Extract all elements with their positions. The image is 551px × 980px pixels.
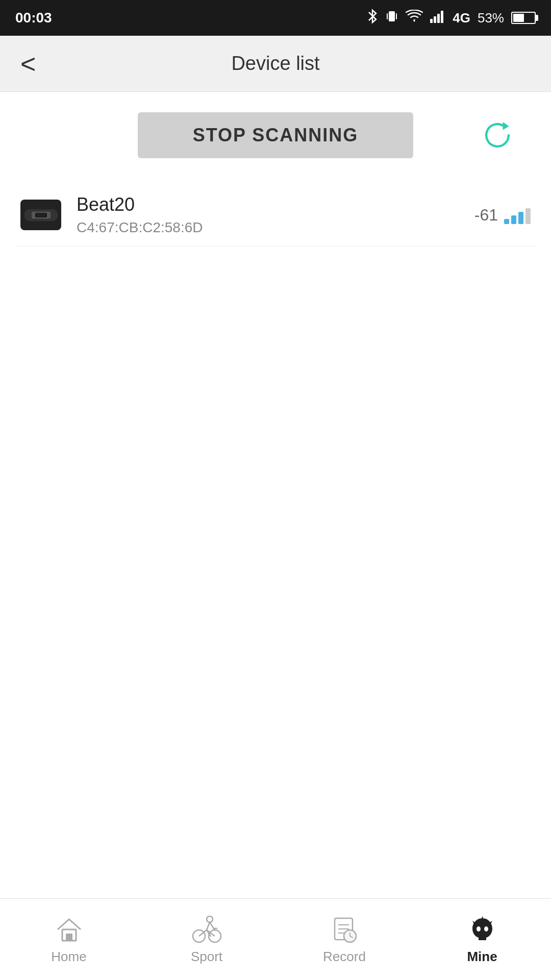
nav-label-mine: Mine bbox=[467, 949, 497, 965]
status-time: 00:03 bbox=[15, 10, 52, 26]
nav-label-home: Home bbox=[51, 949, 86, 965]
bottom-nav: Home Sport bbox=[0, 898, 551, 980]
svg-rect-0 bbox=[389, 11, 395, 21]
nav-label-sport: Sport bbox=[191, 949, 222, 965]
device-image bbox=[20, 200, 61, 230]
mine-icon bbox=[464, 914, 500, 945]
svg-rect-3 bbox=[430, 19, 433, 23]
stop-scanning-button[interactable]: STOP SCANNING bbox=[138, 112, 413, 158]
status-icons: 4G 53% bbox=[367, 8, 536, 28]
svg-rect-4 bbox=[434, 16, 436, 23]
device-mac: C4:67:CB:C2:58:6D bbox=[77, 219, 474, 236]
signal-bar-1 bbox=[504, 219, 509, 224]
signal-bar-4 bbox=[525, 208, 531, 224]
nav-item-mine[interactable]: Mine bbox=[413, 914, 551, 965]
device-info: Beat20 C4:67:CB:C2:58:6D bbox=[77, 194, 474, 236]
network-type: 4G bbox=[453, 10, 470, 26]
signal-bar-2 bbox=[511, 215, 516, 224]
back-button[interactable]: < bbox=[15, 45, 41, 82]
nav-item-home[interactable]: Home bbox=[0, 914, 138, 965]
record-icon bbox=[327, 914, 362, 945]
status-bar: 00:03 bbox=[0, 0, 551, 36]
vibrate-icon bbox=[385, 8, 398, 28]
svg-rect-5 bbox=[437, 14, 440, 23]
signal-bars bbox=[504, 206, 531, 224]
svg-point-25 bbox=[484, 926, 488, 932]
scan-area: STOP SCANNING bbox=[15, 112, 536, 158]
svg-point-14 bbox=[207, 916, 213, 922]
svg-marker-7 bbox=[503, 122, 509, 130]
nav-label-record: Record bbox=[323, 949, 366, 965]
battery-icon bbox=[511, 12, 536, 24]
svg-point-24 bbox=[477, 926, 481, 932]
nav-item-sport[interactable]: Sport bbox=[138, 914, 276, 965]
svg-rect-1 bbox=[387, 13, 388, 19]
bluetooth-icon bbox=[367, 8, 378, 28]
svg-rect-6 bbox=[441, 11, 443, 23]
device-list: Beat20 C4:67:CB:C2:58:6D -61 bbox=[15, 184, 536, 247]
cellular-icon bbox=[430, 10, 445, 27]
svg-rect-2 bbox=[396, 13, 397, 19]
device-signal: -61 bbox=[474, 206, 531, 225]
device-name: Beat20 bbox=[77, 194, 474, 215]
page-title: Device list bbox=[231, 53, 319, 75]
wifi-icon bbox=[406, 10, 423, 27]
svg-rect-11 bbox=[36, 213, 46, 217]
battery-percent: 53% bbox=[478, 10, 504, 26]
home-icon bbox=[51, 914, 87, 945]
signal-bar-3 bbox=[518, 212, 523, 224]
sport-icon bbox=[189, 914, 224, 945]
nav-item-record[interactable]: Record bbox=[276, 914, 413, 965]
refresh-icon[interactable] bbox=[480, 117, 515, 153]
svg-rect-13 bbox=[66, 934, 72, 941]
main-content: STOP SCANNING Beat20 bbox=[0, 92, 551, 898]
signal-value: -61 bbox=[474, 206, 498, 225]
device-item[interactable]: Beat20 C4:67:CB:C2:58:6D -61 bbox=[15, 184, 536, 247]
top-nav: < Device list bbox=[0, 36, 551, 92]
